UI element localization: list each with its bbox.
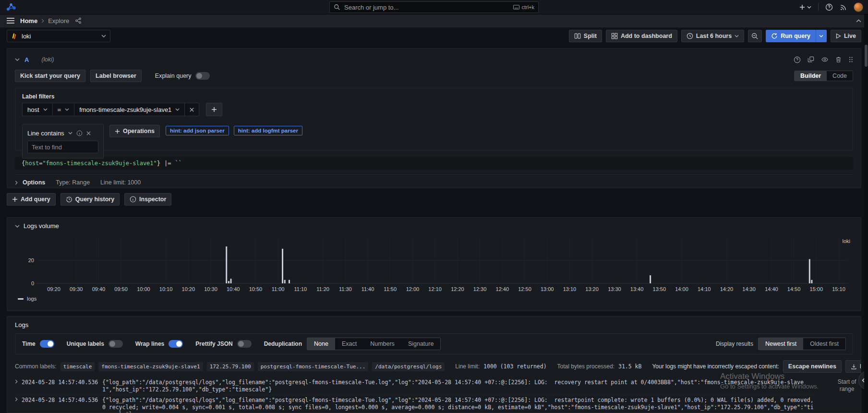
chart-legend[interactable]: logs xyxy=(15,296,853,302)
logs-navigation-range-label: Start of range xyxy=(836,378,857,393)
kick-start-button[interactable]: Kick start your query xyxy=(15,70,85,82)
menu-hamburger-icon[interactable] xyxy=(7,18,14,24)
add-query-button[interactable]: Add query xyxy=(7,193,56,206)
log-option-toggle: Prettify JSON xyxy=(195,340,251,348)
svg-text:13:40: 13:40 xyxy=(630,286,644,292)
display-option[interactable]: Oldest first xyxy=(803,338,845,350)
editor-mode-group: Builder Code xyxy=(794,71,853,81)
add-to-dashboard-button[interactable]: Add to dashboard xyxy=(606,30,677,42)
svg-text:20: 20 xyxy=(28,257,34,263)
collapse-chevron-icon[interactable] xyxy=(15,225,20,228)
log-row[interactable]: 2024-05-28 14:57:40.536 {"log_path":"/da… xyxy=(15,395,815,413)
bytes-value: 31.5 kB xyxy=(618,363,641,370)
datasource-picker[interactable]: loki xyxy=(7,30,110,42)
search-input[interactable]: Search or jump to... ctrl+k xyxy=(329,1,539,13)
chevron-right-icon[interactable] xyxy=(15,181,18,185)
common-label-chip[interactable]: postgresql-fmons-timescale-Tue... xyxy=(258,362,369,371)
toggle-visibility-eye-icon[interactable] xyxy=(821,56,829,63)
query-history-button[interactable]: Query history xyxy=(60,193,120,206)
toggle-switch[interactable] xyxy=(237,340,252,348)
svg-text:14:10: 14:10 xyxy=(698,286,711,292)
dedup-option[interactable]: Numbers xyxy=(363,338,401,350)
chevron-up-icon[interactable] xyxy=(856,19,861,23)
operation-name[interactable]: Line contains xyxy=(27,130,64,137)
svg-text:12:30: 12:30 xyxy=(473,286,487,292)
log-row[interactable]: 2024-05-28 14:57:40.536 {"log_path":"/da… xyxy=(15,377,815,395)
expand-row-chevron-icon[interactable] xyxy=(15,397,18,401)
add-filter-button[interactable] xyxy=(206,103,222,116)
time-range-picker[interactable]: Last 6 hours xyxy=(681,30,744,42)
operation-text-input[interactable] xyxy=(27,141,98,153)
mode-builder-tab[interactable]: Builder xyxy=(795,71,827,81)
filter-value-select[interactable]: fmons-timescale-zsuk9uje-slave1 xyxy=(74,103,185,116)
query-hint-button[interactable]: hint: add json parser xyxy=(166,126,229,135)
log-option-toggle: Unique labels xyxy=(67,340,123,348)
user-avatar[interactable] xyxy=(854,2,863,12)
query-hint-button[interactable]: hint: add logfmt parser xyxy=(234,126,302,135)
filter-operator-select[interactable]: = xyxy=(53,103,75,116)
query-help-icon[interactable] xyxy=(794,56,801,63)
common-labels-label: Common labels: xyxy=(15,363,57,370)
chevron-down-icon xyxy=(101,35,106,37)
help-icon[interactable] xyxy=(825,3,833,11)
query-pattern-row: Kick start your query Label browser Expl… xyxy=(15,70,853,82)
svg-text:15:00: 15:00 xyxy=(810,286,823,292)
bytes-label: Total bytes processed: xyxy=(557,363,615,370)
label-browser-button[interactable]: Label browser xyxy=(90,70,142,82)
remove-filter-button[interactable] xyxy=(185,103,199,116)
split-button[interactable]: Split xyxy=(569,30,602,42)
news-rss-icon[interactable] xyxy=(840,4,847,11)
toggle-switch[interactable] xyxy=(169,340,183,348)
chevron-down-icon[interactable] xyxy=(68,132,72,134)
options-label[interactable]: Options xyxy=(23,179,45,186)
explain-query-toggle[interactable] xyxy=(195,72,210,80)
live-button[interactable]: Live xyxy=(831,30,861,42)
svg-text:11:00: 11:00 xyxy=(272,286,285,292)
mode-code-tab[interactable]: Code xyxy=(827,71,853,81)
remove-query-trash-icon[interactable] xyxy=(835,56,842,63)
svg-text:12:10: 12:10 xyxy=(428,286,442,292)
dedup-option[interactable]: Signature xyxy=(401,338,441,350)
query-row-header[interactable]: A (loki) xyxy=(15,53,853,66)
run-query-button[interactable]: Run query xyxy=(766,30,816,42)
zoom-out-button[interactable] xyxy=(748,30,762,42)
svg-text:11:40: 11:40 xyxy=(362,286,374,292)
grafana-logo-icon[interactable] xyxy=(6,2,16,12)
duplicate-query-icon[interactable] xyxy=(808,56,814,63)
escape-notice: Your logs might have incorrectly escaped… xyxy=(652,363,779,370)
common-label-chip[interactable]: timescale xyxy=(60,362,95,371)
share-icon[interactable] xyxy=(75,17,82,24)
expand-row-chevron-icon[interactable] xyxy=(15,379,18,384)
display-option[interactable]: Newest first xyxy=(759,338,803,350)
common-label-chip[interactable]: 172.25.79.100 xyxy=(207,362,254,371)
breadcrumb-home[interactable]: Home xyxy=(20,17,37,24)
svg-text:13:10: 13:10 xyxy=(563,286,577,292)
download-button[interactable]: Download xyxy=(845,360,861,373)
dedup-option[interactable]: Exact xyxy=(335,338,363,350)
apps-grid-icon xyxy=(611,33,618,39)
inspector-button[interactable]: Inspector xyxy=(124,193,171,206)
new-menu-button[interactable] xyxy=(799,4,811,11)
toggle-switch[interactable] xyxy=(108,340,123,348)
info-icon[interactable] xyxy=(76,130,83,136)
toggle-switch[interactable] xyxy=(40,340,54,348)
logs-volume-chart[interactable]: 20009:2009:3009:4009:5010:0010:1010:2010… xyxy=(15,232,853,295)
query-ref-id: A xyxy=(24,56,29,63)
scrollbar-thumb[interactable] xyxy=(865,45,868,67)
dedup-option[interactable]: None xyxy=(307,338,335,350)
logs-volume-header[interactable]: Logs volume xyxy=(15,222,853,230)
run-query-caret[interactable] xyxy=(816,30,827,42)
common-label-chip[interactable]: fmons-timescale-zsuk9uje-slave1 xyxy=(98,362,203,371)
filter-key-select[interactable]: host xyxy=(22,103,53,116)
remove-operation-icon[interactable] xyxy=(86,131,91,135)
drag-handle-icon[interactable] xyxy=(848,56,853,63)
add-operations-button[interactable]: Operations xyxy=(109,125,160,137)
collapse-chevron-icon[interactable] xyxy=(15,58,20,61)
page-scrollbar[interactable] xyxy=(864,14,868,413)
top-nav-bar: Search or jump to... ctrl+k xyxy=(0,0,868,14)
common-label-chip[interactable]: /data/postgresql/logs xyxy=(372,362,445,371)
legend-series-label[interactable]: logs xyxy=(27,296,36,302)
toolbar-actions: Split Add to dashboard Last 6 hours xyxy=(569,30,861,42)
query-editor-card: A (loki) xyxy=(7,48,861,188)
escape-newlines-button[interactable]: Escape newlines xyxy=(783,360,842,373)
